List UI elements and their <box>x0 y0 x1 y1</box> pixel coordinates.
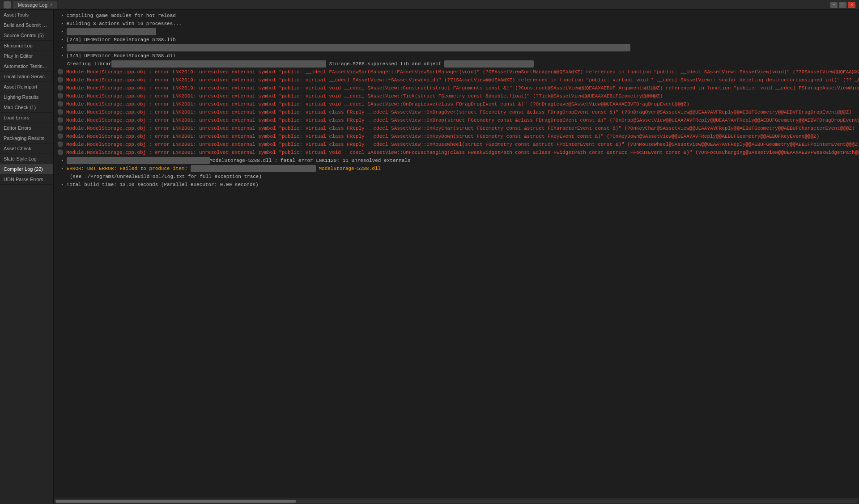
log-text: [3/3] UE4Editor-ModelStorage-5288.dll <box>67 52 176 59</box>
sidebar-item[interactable]: Localization Service (1) <box>0 72 53 82</box>
sidebar-item[interactable]: Source Control (5) <box>0 30 53 41</box>
log-text: Module.ModelStorage.cpp.obj : error LNK2… <box>66 109 852 116</box>
log-entry: (see ./Programs/UnrealBuildTool/Log.txt … <box>54 173 859 181</box>
bullet: • <box>61 20 64 27</box>
error-icon: ⚫ <box>57 133 64 140</box>
title-tab[interactable]: Message Log × <box>13 1 57 8</box>
log-entry: ⚫Module.ModelStorage.cpp.obj : error LNK… <box>54 148 859 157</box>
log-text: [2/3] UE4Editor-ModelStorage-5288.lib <box>67 36 176 43</box>
log-entry: • <box>54 44 859 52</box>
maximize-button[interactable]: □ <box>839 2 846 8</box>
error-icon: ⚫ <box>57 125 64 132</box>
sidebar-item[interactable]: Lighting Results <box>0 92 53 102</box>
log-area[interactable]: •Compiling game modules for hot reload•B… <box>54 10 859 498</box>
main-layout: Asset ToolsBuild and Submit ErrorsSource… <box>0 10 859 504</box>
log-entry: ⚫Module.ModelStorage.cpp.obj : error LNK… <box>54 124 859 132</box>
log-entry: •Building 3 actions with 16 processes... <box>54 20 859 28</box>
error-icon: ⚫ <box>57 68 64 76</box>
log-entry: ⚫Module.ModelStorage.cpp.obj : error LNK… <box>54 92 859 100</box>
horizontal-scrollbar[interactable] <box>54 498 859 504</box>
log-text: Module.ModelStorage.cpp.obj : error LNK2… <box>66 133 819 140</box>
sidebar-item[interactable]: Packaging Results <box>0 133 53 144</box>
sidebar-item[interactable]: Compiler Log (22) <box>0 164 53 174</box>
log-text: Module.ModelStorage.cpp.obj : error LNK2… <box>66 141 859 148</box>
log-entry: • ModelStorage-5288.dll : fatal error LN… <box>54 157 859 165</box>
bullet: • <box>61 157 64 164</box>
error-icon: ⚫ <box>57 101 64 108</box>
log-text: Compiling game modules for hot reload <box>67 12 176 19</box>
error-icon: ⚫ <box>57 76 64 84</box>
log-text: Total build time: 13.00 seconds (Paralle… <box>67 181 259 188</box>
sidebar-item[interactable]: Asset Tools <box>0 10 53 20</box>
content-area: •Compiling game modules for hot reload•B… <box>54 10 859 504</box>
log-entry: •Total build time: 13.00 seconds (Parall… <box>54 181 859 189</box>
sidebar: Asset ToolsBuild and Submit ErrorsSource… <box>0 10 54 504</box>
error-icon: ⚫ <box>57 109 64 116</box>
title-bar: Message Log × − □ × <box>0 0 859 10</box>
bullet: • <box>61 52 64 59</box>
error-icon: ⚫ <box>57 117 64 124</box>
bullet: • <box>61 165 64 172</box>
sidebar-item[interactable]: Blueprint Log <box>0 41 53 51</box>
bullet: • <box>61 44 64 51</box>
log-text: Module.ModelStorage.cpp.obj : error LNK2… <box>66 76 859 84</box>
log-entry: ⚫Module.ModelStorage.cpp.obj : error LNK… <box>54 108 859 116</box>
error-icon: ⚫ <box>57 149 64 156</box>
sidebar-item[interactable]: Editor Errors <box>0 123 53 133</box>
sidebar-item[interactable]: Build and Submit Errors <box>0 20 53 30</box>
log-entry: ⚫Module.ModelStorage.cpp.obj : error LNK… <box>54 68 859 76</box>
log-entry: •Compiling game modules for hot reload <box>54 12 859 20</box>
bullet: • <box>61 12 64 19</box>
log-text: Module.ModelStorage.cpp.obj : error LNK2… <box>66 85 859 92</box>
sidebar-item[interactable]: Play In Editor <box>0 51 53 61</box>
close-button[interactable]: × <box>848 2 855 8</box>
log-entry: • <box>54 28 859 36</box>
title-tab-label: Message Log <box>18 2 47 8</box>
log-entry: ⚫Module.ModelStorage.cpp.obj : error LNK… <box>54 116 859 124</box>
log-entry: ⚫Module.ModelStorage.cpp.obj : error LNK… <box>54 76 859 84</box>
log-text: (see ./Programs/UnrealBuildTool/Log.txt … <box>70 173 262 180</box>
log-text: ModelStorage-5288.dll : fatal error LNK1… <box>67 157 411 164</box>
log-text: Module.ModelStorage.cpp.obj : error LNK2… <box>66 93 663 100</box>
log-text: Module.ModelStorage.cpp.obj : error LNK2… <box>66 117 859 124</box>
log-text: Module.ModelStorage.cpp.obj : error LNK2… <box>66 149 859 156</box>
sidebar-item[interactable]: Asset Reimport <box>0 82 53 92</box>
error-icon: ⚫ <box>57 141 64 148</box>
log-entry: ⚫Module.ModelStorage.cpp.obj : error LNK… <box>54 84 859 92</box>
error-icon: ⚫ <box>57 93 64 100</box>
title-bar-left: Message Log × <box>4 1 57 8</box>
window-controls: − □ × <box>830 2 855 8</box>
sidebar-item[interactable]: Slate Style Log <box>0 154 53 164</box>
app-icon <box>4 1 11 8</box>
log-text: Module.ModelStorage.cpp.obj : error LNK2… <box>66 125 855 132</box>
log-entry: ⚫Module.ModelStorage.cpp.obj : error LNK… <box>54 132 859 140</box>
log-text: Module.ModelStorage.cpp.obj : error LNK2… <box>66 68 859 76</box>
log-text: Module.ModelStorage.cpp.obj : error LNK2… <box>66 101 689 108</box>
scrollbar-track[interactable] <box>55 500 857 503</box>
minimize-button[interactable]: − <box>830 2 838 8</box>
log-entry: ⚫Module.ModelStorage.cpp.obj : error LNK… <box>54 100 859 108</box>
log-text: Building 3 actions with 16 processes... <box>67 20 182 27</box>
bullet: • <box>61 36 64 43</box>
sidebar-item[interactable]: Asset Check <box>0 144 53 154</box>
scrollbar-thumb[interactable] <box>55 500 296 503</box>
sidebar-item[interactable]: UDN Parse Errors <box>0 174 53 185</box>
sidebar-item[interactable]: Automation Testing Log <box>0 61 53 72</box>
log-entry: Creating librar Storage-5288.suppressed … <box>54 60 859 68</box>
log-entry: •[2/3] UE4Editor-ModelStorage-5288.lib <box>54 36 859 44</box>
bullet: • <box>61 28 64 35</box>
close-tab-icon[interactable]: × <box>50 2 53 7</box>
log-text: ERROR: UBT ERROR: Failed to produce item… <box>67 165 381 172</box>
log-entry: •[3/3] UE4Editor-ModelStorage-5288.dll <box>54 52 859 60</box>
log-entry: •ERROR: UBT ERROR: Failed to produce ite… <box>54 165 859 173</box>
sidebar-item[interactable]: Map Check (1) <box>0 102 53 113</box>
sidebar-item[interactable]: Load Errors <box>0 113 53 123</box>
bullet: • <box>61 181 64 188</box>
log-text: Creating librar Storage-5288.suppressed … <box>67 60 534 68</box>
error-icon: ⚫ <box>57 85 64 92</box>
log-entry: ⚫Module.ModelStorage.cpp.obj : error LNK… <box>54 140 859 148</box>
